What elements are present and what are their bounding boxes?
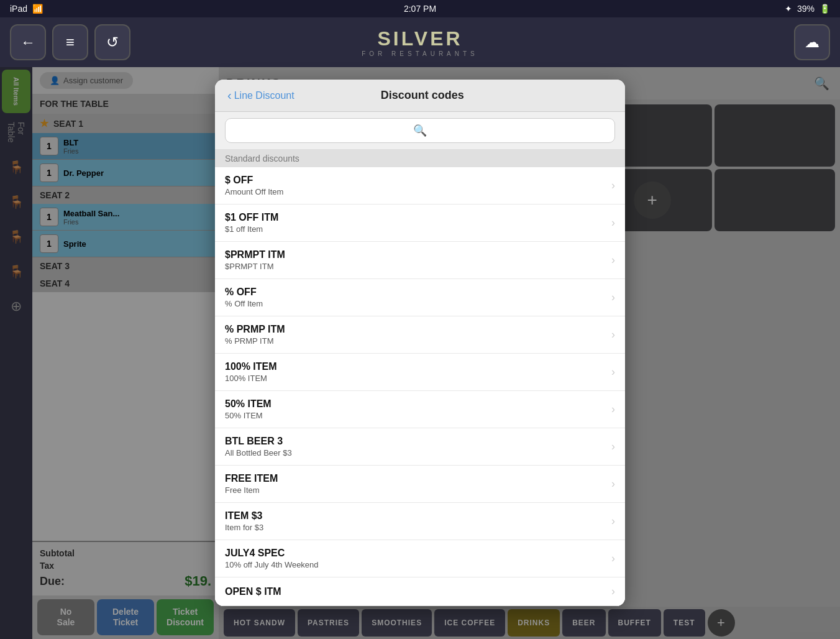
discount-desc-pct-off: % Off Item [225, 299, 611, 308]
discount-item-text-pct-off: % OFF % Off Item [225, 287, 611, 308]
discount-item-july4-spec[interactable]: JULY4 SPEC 10% off July 4th Weekend › [215, 540, 625, 577]
chevron-left-icon: ‹ [227, 88, 232, 103]
chevron-right-icon-3: › [611, 254, 615, 267]
discount-list: $ OFF Amount Off Item › $1 OFF ITM $1 of… [215, 167, 625, 606]
modal-search-icon: 🔍 [413, 124, 427, 137]
discount-item-50pct-item[interactable]: 50% ITEM 50% ITEM › [215, 391, 625, 428]
chevron-right-icon-5: › [611, 328, 615, 341]
menu-icon: ≡ [66, 34, 75, 51]
back-icon: ← [21, 34, 35, 51]
discount-item-btl-beer-3[interactable]: BTL BEER 3 All Bottled Beer $3 › [215, 428, 625, 466]
back-button[interactable]: ← [10, 24, 46, 60]
discount-name-item-3: ITEM $3 [225, 510, 611, 522]
modal-back-label: Line Discount [234, 90, 294, 101]
chevron-right-icon-7: › [611, 403, 615, 416]
discount-name-open-dollar-itm: OPEN $ ITM [225, 586, 611, 597]
discount-item-text-prmpt-itm: $PRMPT ITM $PRMPT ITM [225, 249, 611, 271]
chevron-right-icon-9: › [611, 477, 615, 490]
chevron-right-icon-12: › [611, 585, 615, 598]
discount-desc-pct-prmp-itm: % PRMP ITM [225, 336, 611, 346]
discount-item-open-dollar-itm[interactable]: OPEN $ ITM › [215, 577, 625, 606]
discount-desc-100pct-item: 100% ITEM [225, 374, 611, 383]
chevron-right-icon-2: › [611, 216, 615, 229]
cloud-button[interactable]: ☁ [794, 24, 830, 60]
header-buttons: ← ≡ ↺ [10, 24, 130, 60]
discount-item-text-item-3: ITEM $3 Item for $3 [225, 510, 611, 532]
discount-name-1-off-itm: $1 OFF ITM [225, 212, 611, 223]
discount-name-pct-off: % OFF [225, 287, 611, 298]
discount-item-free-item[interactable]: FREE ITEM Free Item › [215, 466, 625, 503]
menu-button[interactable]: ≡ [52, 24, 88, 60]
discount-desc-50pct-item: 50% ITEM [225, 411, 611, 420]
discount-name-prmpt-itm: $PRMPT ITM [225, 249, 611, 260]
discount-item-1-off-itm[interactable]: $1 OFF ITM $1 off Item › [215, 205, 625, 242]
header-logo: SILVER FOR RESTAURANTS [362, 27, 478, 57]
modal-search-bar: 🔍 [215, 112, 625, 150]
chevron-right-icon-8: › [611, 440, 615, 453]
header-bar: ← ≡ ↺ SILVER FOR RESTAURANTS ☁ [0, 17, 840, 67]
discount-desc-dollar-off: Amount Off Item [225, 187, 611, 196]
battery-icon: 🔋 [819, 4, 830, 14]
modal-overlay: ‹ Line Discount Discount codes 🔍 Standar… [0, 67, 840, 639]
discount-desc-free-item: Free Item [225, 485, 611, 495]
refresh-button[interactable]: ↺ [94, 24, 130, 60]
discount-name-btl-beer-3: BTL BEER 3 [225, 436, 611, 447]
discount-desc-btl-beer-3: All Bottled Beer $3 [225, 448, 611, 457]
discount-item-item-3[interactable]: ITEM $3 Item for $3 › [215, 503, 625, 540]
refresh-icon: ↺ [106, 34, 119, 51]
battery-label: 39% [797, 4, 815, 14]
discount-item-text-open-dollar-itm: OPEN $ ITM [225, 586, 611, 597]
modal-title: Discount codes [294, 89, 550, 102]
chevron-right-icon-6: › [611, 365, 615, 379]
status-right: ✦ 39% 🔋 [785, 4, 830, 14]
discount-item-text-pct-prmp-itm: % PRMP ITM % PRMP ITM [225, 324, 611, 346]
discount-desc-prmpt-itm: $PRMPT ITM [225, 262, 611, 271]
discount-codes-modal: ‹ Line Discount Discount codes 🔍 Standar… [215, 80, 625, 606]
chevron-right-icon-1: › [611, 179, 615, 192]
logo-sub: FOR RESTAURANTS [362, 50, 478, 57]
discount-item-100pct-item[interactable]: 100% ITEM 100% ITEM › [215, 354, 625, 391]
discount-item-text-50pct-item: 50% ITEM 50% ITEM [225, 398, 611, 420]
status-left: iPad 📶 [10, 4, 43, 14]
modal-back-button[interactable]: ‹ Line Discount [227, 88, 294, 103]
modal-search-input[interactable]: 🔍 [225, 118, 615, 143]
discount-item-dollar-off[interactable]: $ OFF Amount Off Item › [215, 167, 625, 205]
chevron-right-icon-4: › [611, 291, 615, 304]
status-bar: iPad 📶 2:07 PM ✦ 39% 🔋 [0, 0, 840, 17]
discount-name-july4-spec: JULY4 SPEC [225, 548, 611, 559]
discount-name-50pct-item: 50% ITEM [225, 398, 611, 410]
discount-name-100pct-item: 100% ITEM [225, 361, 611, 372]
ipad-label: iPad [10, 4, 27, 14]
discount-item-text-1-off-itm: $1 OFF ITM $1 off Item [225, 212, 611, 234]
wifi-icon: 📶 [32, 4, 43, 14]
status-time: 2:07 PM [404, 4, 436, 14]
discount-name-dollar-off: $ OFF [225, 175, 611, 186]
discount-item-pct-off[interactable]: % OFF % Off Item › [215, 279, 625, 316]
discount-desc-july4-spec: 10% off July 4th Weekend [225, 560, 611, 569]
discount-item-text-100pct-item: 100% ITEM 100% ITEM [225, 361, 611, 383]
main-content: All Items ForTable 🪑 🪑 🪑 🪑 ⊕ 👤 Assign cu… [0, 67, 840, 639]
discount-item-prmpt-itm[interactable]: $PRMPT ITM $PRMPT ITM › [215, 242, 625, 279]
standard-discounts-label: Standard discounts [225, 154, 299, 163]
discount-item-text-july4-spec: JULY4 SPEC 10% off July 4th Weekend [225, 548, 611, 569]
discount-item-text-dollar-off: $ OFF Amount Off Item [225, 175, 611, 196]
modal-header: ‹ Line Discount Discount codes [215, 80, 625, 112]
chevron-right-icon-11: › [611, 552, 615, 565]
discount-item-text-free-item: FREE ITEM Free Item [225, 473, 611, 495]
discount-desc-item-3: Item for $3 [225, 523, 611, 532]
standard-discounts-header: Standard discounts [215, 150, 625, 167]
discount-name-free-item: FREE ITEM [225, 473, 611, 484]
discount-item-text-btl-beer-3: BTL BEER 3 All Bottled Beer $3 [225, 436, 611, 457]
cloud-icon: ☁ [805, 34, 819, 51]
discount-item-pct-prmp-itm[interactable]: % PRMP ITM % PRMP ITM › [215, 316, 625, 354]
chevron-right-icon-10: › [611, 515, 615, 528]
discount-desc-1-off-itm: $1 off Item [225, 224, 611, 234]
logo-text: SILVER [362, 27, 478, 50]
discount-name-pct-prmp-itm: % PRMP ITM [225, 324, 611, 335]
bluetooth-icon: ✦ [785, 4, 792, 14]
